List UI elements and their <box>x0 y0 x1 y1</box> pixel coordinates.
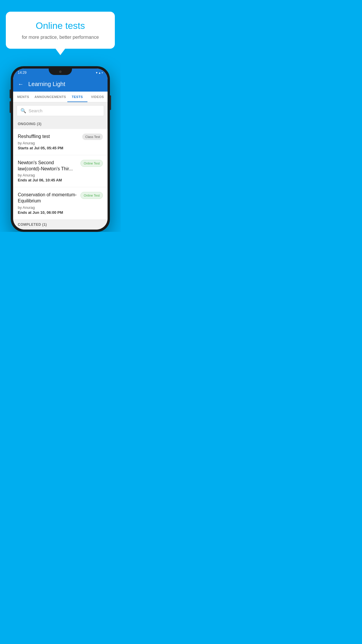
test-date: Ends at Jul 06, 10:45 AM <box>18 178 78 182</box>
app-title: Learning Light <box>28 81 65 88</box>
search-placeholder: Search <box>29 108 43 113</box>
badge-class-test: Class Test <box>82 134 103 140</box>
battery-icon: ▪ <box>102 71 103 74</box>
test-by: by Anurag <box>18 205 78 210</box>
app-header: ← Learning Light <box>13 77 108 92</box>
test-date: Ends at Jun 10, 06:00 PM <box>18 210 78 215</box>
bubble-title: Online tests <box>17 20 103 31</box>
speech-bubble: Online tests for more practice, better p… <box>6 12 115 49</box>
search-bar[interactable]: 🔍 Search <box>17 105 104 116</box>
phone-mockup: 14:29 ▾ ▴ ▪ ← Learning Light MENTS <box>11 66 110 232</box>
phone-screen: 14:29 ▾ ▴ ▪ ← Learning Light MENTS <box>13 69 108 230</box>
test-info: Reshuffling test by Anurag Starts at Jul… <box>18 134 82 150</box>
status-icons: ▾ ▴ ▪ <box>96 71 103 75</box>
tab-tests[interactable]: TESTS <box>67 92 87 102</box>
tab-ments[interactable]: MENTS <box>13 92 33 102</box>
wifi-icon: ▾ <box>96 71 98 75</box>
test-name: Newton's Second law(contd)-Newton's Thir… <box>18 160 78 172</box>
power-button <box>110 95 111 110</box>
test-by: by Anurag <box>18 173 78 177</box>
badge-online-test: Online Test <box>80 160 103 167</box>
test-name: Reshuffling test <box>18 134 79 140</box>
test-date: Starts at Jul 05, 05:45 PM <box>18 146 79 150</box>
search-icon: 🔍 <box>20 108 26 113</box>
test-by: by Anurag <box>18 141 79 145</box>
search-container: 🔍 Search <box>13 102 108 119</box>
test-info: Conservation of momentum-Equilibrium by … <box>18 192 80 215</box>
tabs-bar: MENTS ANNOUNCEMENTS TESTS VIDEOS <box>13 92 108 102</box>
phone-frame: 14:29 ▾ ▴ ▪ ← Learning Light MENTS <box>11 66 110 232</box>
test-info: Newton's Second law(contd)-Newton's Thir… <box>18 160 80 183</box>
status-time: 14:29 <box>18 71 27 75</box>
tab-videos[interactable]: VIDEOS <box>87 92 108 102</box>
status-bar: 14:29 ▾ ▴ ▪ <box>13 69 108 77</box>
ongoing-section-header: ONGOING (3) <box>13 119 108 129</box>
camera <box>59 71 61 73</box>
test-item[interactable]: Newton's Second law(contd)-Newton's Thir… <box>13 155 108 188</box>
notch <box>49 69 72 75</box>
test-item[interactable]: Conservation of momentum-Equilibrium by … <box>13 187 108 220</box>
completed-section-header: COMPLETED (1) <box>13 220 108 230</box>
tests-list: Reshuffling test by Anurag Starts at Jul… <box>13 129 108 220</box>
test-name: Conservation of momentum-Equilibrium <box>18 192 78 204</box>
back-button[interactable]: ← <box>18 81 24 88</box>
signal-icon: ▴ <box>99 71 101 75</box>
test-item[interactable]: Reshuffling test by Anurag Starts at Jul… <box>13 129 108 155</box>
tab-announcements[interactable]: ANNOUNCEMENTS <box>33 92 67 102</box>
bubble-subtitle: for more practice, better performance <box>17 35 103 40</box>
badge-online-test: Online Test <box>80 192 103 199</box>
